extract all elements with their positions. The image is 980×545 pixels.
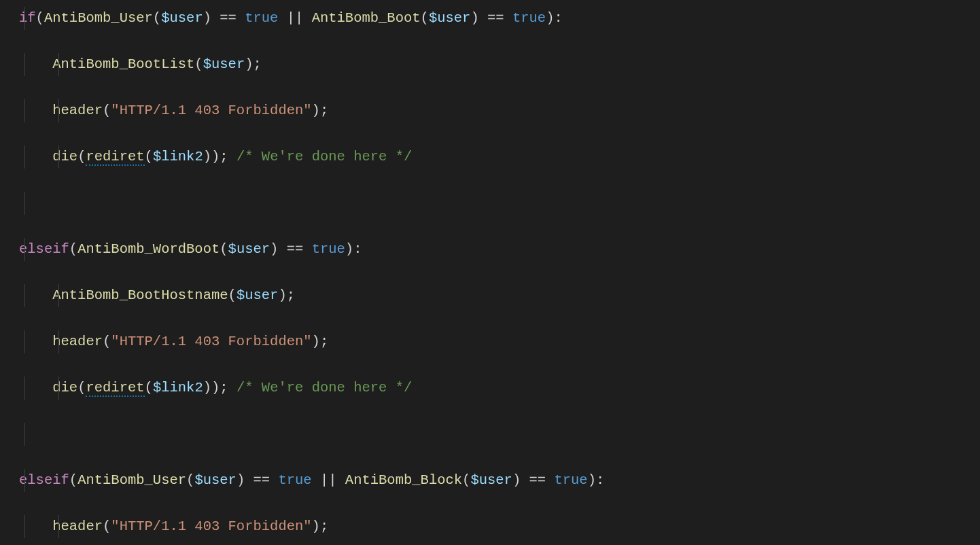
code-token: (: [77, 380, 86, 395]
code-token: ||: [278, 10, 311, 26]
code-token: (: [69, 472, 77, 488]
code-line[interactable]: header("HTTP/1.1 403 Forbidden");: [0, 330, 980, 353]
code-line[interactable]: header("HTTP/1.1 403 Forbidden");: [0, 515, 980, 538]
code-block: if(AntiBomb_User($user) == true || AntiB…: [0, 0, 980, 545]
lint-squiggle: rediret: [86, 380, 144, 397]
code-token: $user: [429, 10, 471, 26]
code-token: ): [312, 518, 320, 534]
code-token: (: [103, 103, 111, 118]
code-token: (: [36, 10, 44, 26]
code-token: AntiBomb_User: [77, 472, 186, 488]
code-line[interactable]: if(AntiBomb_User($user) == true || AntiB…: [0, 7, 980, 30]
code-token: ): [588, 472, 596, 488]
code-token: /* We're done here */: [237, 149, 412, 164]
code-token: ==: [521, 472, 554, 488]
code-token: "HTTP/1.1 403 Forbidden": [111, 334, 311, 349]
code-token: (: [228, 287, 237, 303]
code-token: "HTTP/1.1 403 Forbidden": [111, 518, 311, 534]
code-token: ;: [220, 380, 228, 395]
code-token: "HTTP/1.1 403 Forbidden": [111, 103, 311, 118]
code-token: true: [278, 472, 311, 488]
code-token: (: [421, 10, 429, 26]
code-token: ==: [211, 10, 245, 26]
code-token: ): [203, 10, 211, 26]
code-line[interactable]: AntiBomb_BootHostname($user);: [0, 284, 980, 307]
code-token: if: [19, 10, 36, 26]
code-token: AntiBomb_Block: [345, 472, 462, 488]
code-token: ;: [320, 103, 328, 118]
code-token: (: [194, 56, 203, 72]
code-token: $user: [237, 287, 279, 303]
code-token: (: [69, 241, 77, 257]
code-token: header: [52, 103, 103, 118]
code-token: (: [77, 149, 86, 164]
code-token: ;: [287, 287, 295, 303]
code-token: ): [211, 149, 220, 164]
code-token: ): [211, 380, 220, 395]
code-token: AntiBomb_User: [44, 10, 153, 26]
code-token: :: [353, 241, 362, 257]
code-token: ==: [479, 10, 512, 26]
code-token: die: [52, 149, 77, 164]
code-token: AntiBomb_WordBoot: [77, 241, 220, 257]
code-token: header: [52, 334, 103, 349]
code-token: ): [203, 380, 211, 395]
code-token: :: [554, 10, 562, 26]
code-token: ): [312, 103, 320, 118]
code-token: (: [462, 472, 470, 488]
code-line[interactable]: [0, 192, 980, 215]
code-token: $link2: [153, 380, 203, 395]
code-token: ): [312, 334, 320, 349]
code-token: true: [554, 472, 587, 488]
code-token: ==: [278, 241, 311, 257]
code-token: AntiBomb_BootList: [52, 56, 194, 72]
code-token: ||: [312, 472, 345, 488]
code-token: true: [512, 10, 546, 26]
code-token: ): [546, 10, 554, 26]
code-line[interactable]: die(rediret($link2)); /* We're done here…: [0, 376, 980, 400]
code-line[interactable]: [0, 423, 980, 446]
code-token: elseif: [19, 472, 69, 488]
code-token: $user: [161, 10, 203, 26]
code-token: $user: [470, 472, 512, 488]
code-token: /* We're done here */: [237, 380, 412, 395]
code-token: true: [245, 10, 278, 26]
code-token: elseif: [19, 241, 69, 257]
code-token: $link2: [153, 149, 203, 164]
code-token: AntiBomb_Boot: [312, 10, 421, 26]
code-token: ;: [320, 334, 328, 349]
code-token: die: [52, 380, 77, 395]
code-token: $user: [203, 56, 245, 72]
code-token: (: [103, 518, 111, 534]
code-token: (: [220, 241, 228, 257]
code-token: $user: [194, 472, 237, 488]
code-line[interactable]: die(rediret($link2)); /* We're done here…: [0, 145, 980, 169]
code-token: AntiBomb_BootHostname: [52, 287, 228, 303]
lint-squiggle: rediret: [86, 149, 144, 166]
code-token: ): [470, 10, 478, 26]
code-token: ;: [320, 518, 328, 534]
code-token: (: [145, 380, 153, 395]
code-token: ;: [253, 56, 262, 72]
code-token: ): [245, 56, 253, 72]
code-token: :: [596, 472, 604, 488]
code-token: (: [145, 149, 153, 164]
code-token: ): [278, 287, 286, 303]
code-token: ): [270, 241, 278, 257]
code-line[interactable]: AntiBomb_BootList($user);: [0, 53, 980, 76]
code-line[interactable]: header("HTTP/1.1 403 Forbidden");: [0, 99, 980, 122]
code-token: ): [237, 472, 245, 488]
code-token: ): [203, 149, 211, 164]
code-editor-viewport[interactable]: if(AntiBomb_User($user) == true || AntiB…: [0, 0, 980, 545]
code-token: ==: [245, 472, 278, 488]
code-token: ;: [220, 149, 228, 164]
code-token: $user: [228, 241, 270, 257]
code-token: (: [186, 472, 194, 488]
code-token: ): [345, 241, 353, 257]
code-token: (: [153, 10, 161, 26]
code-token: (: [103, 334, 111, 349]
code-token: ): [512, 472, 521, 488]
code-line[interactable]: elseif(AntiBomb_User($user) == true || A…: [0, 469, 980, 492]
code-token: header: [52, 518, 103, 534]
code-line[interactable]: elseif(AntiBomb_WordBoot($user) == true)…: [0, 238, 980, 261]
